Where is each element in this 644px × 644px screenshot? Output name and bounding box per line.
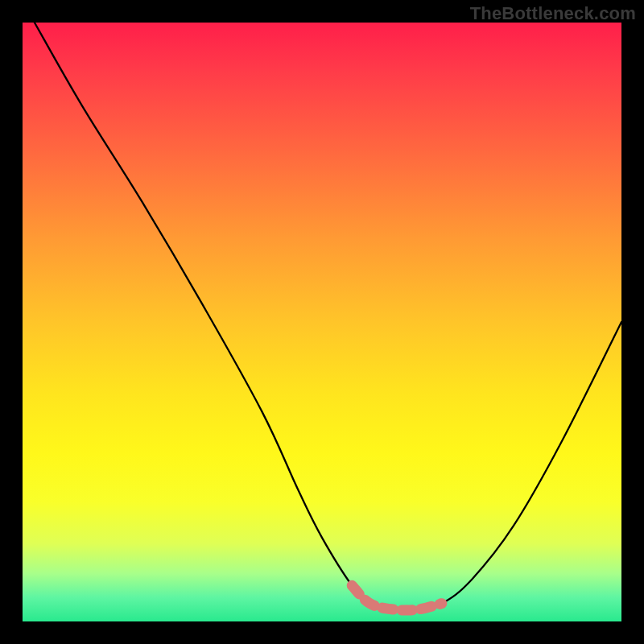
chart-frame: TheBottleneck.com: [0, 0, 644, 644]
plot-area: [23, 23, 621, 621]
watermark-label: TheBottleneck.com: [470, 3, 636, 24]
optimal-range-highlight: [352, 585, 442, 610]
curve-layer: [23, 23, 621, 621]
bottleneck-curve: [35, 23, 621, 610]
